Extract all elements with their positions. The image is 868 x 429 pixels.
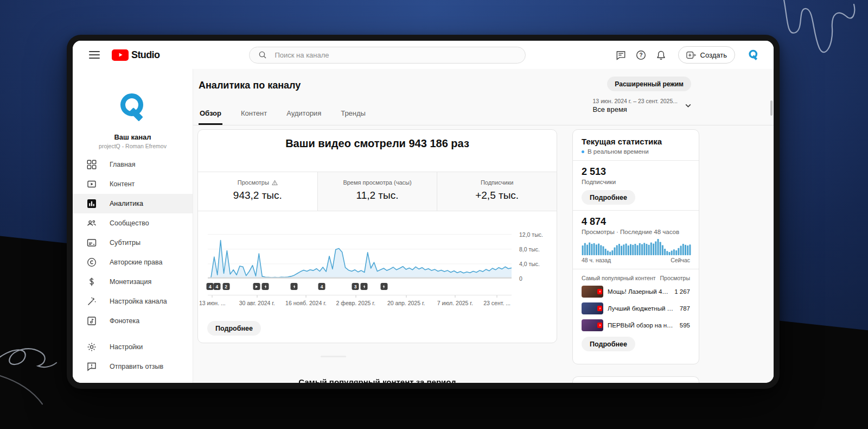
channel-owner: projectQ - Roman Efremov bbox=[73, 143, 193, 149]
sidebar-item-analitika[interactable]: Аналитика bbox=[73, 194, 193, 213]
realtime-views-details-button[interactable]: Подробнее bbox=[582, 337, 635, 351]
sidebar-item-nastroyka-kanala[interactable]: Настройка канала bbox=[73, 292, 193, 311]
realtime-live-label: В реальном времени bbox=[588, 148, 649, 155]
metric-tab-1[interactable]: Просмотры943,2 тыс. bbox=[198, 172, 317, 211]
metric-tab-3[interactable]: Подписчики+2,5 тыс. bbox=[437, 172, 557, 211]
chart-marker-count[interactable]: 4 bbox=[318, 283, 326, 290]
top-content-row[interactable]: Мощь! Лазерный 4К пр...1 267 bbox=[582, 285, 690, 298]
sidebar-item-monetizatsiya[interactable]: Монетизация bbox=[73, 272, 193, 292]
channel-logo[interactable] bbox=[116, 90, 150, 124]
channel-block: Ваш канал projectQ - Roman Efremov bbox=[73, 90, 193, 149]
scrollbar-thumb[interactable] bbox=[770, 100, 773, 116]
video-title: Мощь! Лазерный 4К пр... bbox=[608, 288, 670, 295]
help-icon[interactable]: ? bbox=[636, 49, 647, 60]
x-axis-tick bbox=[212, 295, 213, 298]
topbar: Studio ? bbox=[73, 41, 774, 69]
video-title: Лучший бюджетный лазе... bbox=[608, 305, 675, 312]
sidebar-item-subtitry[interactable]: Субтитры bbox=[73, 233, 193, 253]
sidebar-item-soobshchestvo[interactable]: Сообщество bbox=[73, 213, 193, 233]
chart-marker-count[interactable]: 2 bbox=[222, 283, 229, 290]
tab-3[interactable]: Аудитория bbox=[285, 109, 322, 125]
realtime-axis-left: 48 ч. назад bbox=[582, 257, 611, 263]
chart-marker-shorts-icon[interactable] bbox=[291, 283, 298, 290]
tab-2[interactable]: Контент bbox=[240, 109, 268, 125]
channel-name: Ваш канал bbox=[73, 133, 193, 141]
tab-1[interactable]: Обзор bbox=[199, 109, 222, 125]
sidebar-item-label: Аналитика bbox=[110, 200, 143, 207]
top-content-row[interactable]: ПЕРВЫЙ обзор на новый ...595 bbox=[582, 319, 690, 332]
chart-marker-play-icon[interactable] bbox=[253, 283, 260, 290]
top-content-row[interactable]: Лучший бюджетный лазе...787 bbox=[582, 302, 690, 315]
main-content: Аналитика по каналу Расширенный режим Об… bbox=[193, 69, 774, 383]
metric-label: Подписчики bbox=[437, 179, 557, 186]
overview-details-button[interactable]: Подробнее bbox=[207, 321, 261, 336]
realtime-views-label: Просмотры · Последние 48 часов bbox=[582, 229, 690, 235]
search-input[interactable] bbox=[273, 51, 518, 60]
chart-marker-count[interactable]: 4 bbox=[207, 283, 214, 290]
sidebar-item-label: Авторские права bbox=[110, 258, 162, 266]
settings-icon bbox=[87, 342, 97, 352]
video-views: 1 267 bbox=[674, 288, 690, 295]
chart-video-markers: 44243 bbox=[208, 283, 512, 291]
brand-name: Studio bbox=[131, 49, 159, 61]
next-card-partial bbox=[572, 376, 699, 383]
realtime-views-bar-chart bbox=[582, 239, 690, 255]
warning-icon bbox=[272, 180, 278, 186]
subtitles-icon bbox=[87, 238, 97, 248]
copyright-icon bbox=[87, 257, 97, 267]
sidebar-item-nastroyki[interactable]: Настройки bbox=[73, 337, 193, 357]
audio-library-icon bbox=[87, 316, 97, 326]
chart-x-axis: 13 июн. ...30 авг. 2024 г.16 нояб. 2024 … bbox=[208, 295, 512, 308]
video-thumbnail bbox=[582, 319, 603, 331]
chart-marker-count[interactable]: 3 bbox=[352, 283, 359, 290]
advanced-mode-button[interactable]: Расширенный режим bbox=[607, 77, 691, 91]
sidebar-item-otpravit-otzyv[interactable]: Отправить отзыв bbox=[73, 357, 193, 376]
sidebar-menu: ГлавнаяКонтентАналитикаСообществоСубтитр… bbox=[73, 155, 193, 376]
x-axis-label: 13 июн. ... bbox=[199, 300, 226, 306]
svg-text:?: ? bbox=[640, 52, 643, 58]
create-video-icon bbox=[686, 51, 696, 59]
sidebar-item-fonoteka[interactable]: Фонотека bbox=[73, 311, 193, 331]
top-content-header: Самый популярный контент bbox=[582, 275, 656, 281]
youtube-studio-logo[interactable]: Studio bbox=[112, 49, 159, 61]
shorts-badge-icon bbox=[597, 289, 602, 294]
sidebar-item-label: Отправить отзыв bbox=[110, 363, 163, 370]
video-thumbnail bbox=[582, 302, 603, 314]
channel-avatar[interactable] bbox=[746, 48, 761, 62]
video-views: 595 bbox=[680, 322, 690, 329]
sidebar-item-label: Сообщество bbox=[110, 219, 149, 227]
realtime-title: Текущая статистика bbox=[582, 137, 690, 146]
section-divider bbox=[321, 356, 346, 357]
channel-search-bar[interactable] bbox=[249, 47, 526, 64]
feedback-bubble-icon[interactable] bbox=[616, 49, 627, 60]
realtime-subscribers-details-button[interactable]: Подробнее bbox=[582, 190, 635, 205]
analytics-tabs: ОбзорКонтентАудиторияТренды bbox=[199, 109, 367, 125]
create-button[interactable]: Создать bbox=[678, 46, 735, 64]
chart-marker-shorts-icon[interactable] bbox=[361, 283, 368, 290]
y-axis-label: 12,0 тыс. bbox=[519, 231, 548, 238]
customization-icon bbox=[87, 296, 97, 306]
shorts-badge-icon bbox=[597, 323, 602, 328]
notifications-bell-icon[interactable] bbox=[656, 49, 667, 60]
x-axis-tick bbox=[497, 295, 497, 298]
metric-tab-2[interactable]: Время просмотра (часы)11,2 тыс. bbox=[317, 172, 437, 211]
tab-4[interactable]: Тренды bbox=[340, 109, 367, 125]
sidebar-item-label: Контент bbox=[110, 180, 135, 188]
date-range-picker[interactable]: 13 июн. 2024 г. – 23 сент. 2025... Все в… bbox=[593, 98, 692, 113]
youtube-play-icon bbox=[112, 49, 129, 61]
menu-hamburger-icon[interactable] bbox=[89, 51, 100, 59]
sidebar-item-avtorskie-prava[interactable]: Авторские права bbox=[73, 253, 193, 272]
chart-marker-shorts-icon[interactable] bbox=[380, 283, 387, 290]
sidebar-item-glavnaya[interactable]: Главная bbox=[73, 155, 193, 174]
date-preset-label: Все время bbox=[593, 105, 678, 113]
dashboard-icon bbox=[87, 160, 97, 169]
create-button-label: Создать bbox=[700, 51, 727, 59]
chart-marker-count[interactable]: 4 bbox=[213, 283, 220, 290]
sidebar: Ваш канал projectQ - Roman Efremov Главн… bbox=[73, 69, 193, 383]
metric-tabs: Просмотры943,2 тыс.Время просмотра (часы… bbox=[198, 172, 557, 211]
desktop-background: Studio ? bbox=[0, 0, 868, 429]
chart-marker-shorts-icon[interactable] bbox=[262, 283, 269, 290]
community-icon bbox=[87, 218, 97, 228]
sidebar-item-kontent[interactable]: Контент bbox=[73, 174, 193, 194]
x-axis-label: 7 июл. 2025 г. bbox=[437, 300, 473, 306]
